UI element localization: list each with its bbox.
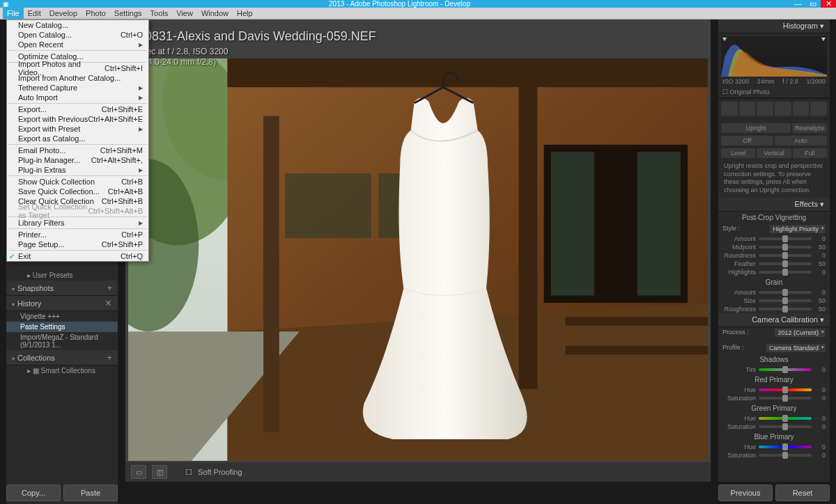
main-area: ▸ User Presets ▾Snapshots+ ▾History✕ Vig… bbox=[0, 19, 836, 504]
grad-tool-icon[interactable] bbox=[775, 102, 791, 116]
menu-edit[interactable]: Edit bbox=[24, 8, 45, 19]
tint-slider[interactable] bbox=[759, 368, 812, 371]
histogram-info: ISO 320024mmf / 2.81/2000 bbox=[718, 77, 830, 86]
right-bottom-bar: Previous Reset bbox=[718, 485, 830, 501]
menu-help[interactable]: Help bbox=[233, 8, 257, 19]
file-menu-item[interactable]: Printer...Ctrl+P bbox=[7, 230, 148, 239]
copy-button[interactable]: Copy... bbox=[6, 485, 61, 501]
grain-amount-slider[interactable] bbox=[759, 291, 812, 294]
green-sat-slider[interactable] bbox=[759, 425, 812, 428]
original-photo-toggle[interactable]: Original Photo bbox=[718, 86, 830, 98]
grain-size-slider[interactable] bbox=[759, 299, 812, 302]
paste-button[interactable]: Paste bbox=[63, 485, 118, 501]
menu-view[interactable]: View bbox=[172, 8, 197, 19]
effects-header[interactable]: Effects ▾ bbox=[718, 198, 830, 212]
minimize-button[interactable]: — bbox=[790, 0, 805, 8]
histogram-header[interactable]: Histogram ▾ bbox=[718, 19, 830, 33]
upright-level[interactable]: Level bbox=[721, 148, 755, 158]
file-menu-item[interactable]: Set Quick Collection as TargetCtrl+Shift… bbox=[7, 206, 148, 216]
file-menu-item[interactable]: Plug-in Extras▶ bbox=[7, 165, 148, 175]
left-bottom-bar: Copy... Paste bbox=[6, 485, 118, 501]
close-button[interactable]: ✕ bbox=[821, 0, 836, 8]
file-menu-item[interactable]: Auto Import▶ bbox=[7, 93, 148, 102]
file-menu-item[interactable]: New Catalog... bbox=[7, 20, 148, 30]
camera-calibration-header[interactable]: Camera Calibration ▾ bbox=[718, 313, 830, 327]
reanalyze-button[interactable]: Reanalyze bbox=[792, 123, 827, 133]
file-menu-item[interactable]: Email Photo...Ctrl+Shift+M bbox=[7, 145, 148, 155]
right-edge[interactable] bbox=[830, 19, 836, 504]
pcv-midpoint-slider[interactable] bbox=[759, 246, 812, 249]
svg-rect-9 bbox=[551, 152, 594, 295]
user-presets[interactable]: ▸ User Presets bbox=[6, 270, 118, 281]
menu-develop[interactable]: Develop bbox=[45, 8, 82, 19]
red-hue-slider[interactable] bbox=[759, 388, 812, 391]
pcv-amount-slider[interactable] bbox=[759, 237, 812, 240]
file-menu-item[interactable]: Save Quick Collection...Ctrl+Alt+B bbox=[7, 187, 148, 196]
pcv-roundness-slider[interactable] bbox=[759, 254, 812, 257]
menu-settings[interactable]: Settings bbox=[110, 8, 146, 19]
history-item[interactable]: Vignette +++ bbox=[6, 311, 118, 322]
profile-dropdown[interactable]: Camera Standard bbox=[766, 344, 826, 352]
histogram-graph[interactable] bbox=[721, 36, 827, 77]
file-menu-item[interactable]: Open Catalog...Ctrl+O bbox=[7, 30, 148, 40]
app-icon: ▣ bbox=[3, 1, 9, 8]
svg-rect-10 bbox=[637, 152, 681, 295]
history-item[interactable]: Paste Settings bbox=[6, 322, 118, 332]
process-dropdown[interactable]: 2012 (Current) bbox=[775, 329, 826, 337]
file-menu-item[interactable]: Page Setup...Ctrl+Shift+P bbox=[7, 239, 148, 249]
file-menu-item[interactable]: Plug-in Manager...Ctrl+Alt+Shift+, bbox=[7, 155, 148, 165]
crop-tool-icon[interactable] bbox=[721, 102, 738, 116]
blue-hue-slider[interactable] bbox=[759, 446, 812, 448]
file-menu-item[interactable]: Show Quick CollectionCtrl+B bbox=[7, 177, 148, 187]
menu-tools[interactable]: Tools bbox=[146, 8, 173, 19]
green-hue-slider[interactable] bbox=[759, 417, 812, 420]
menu-file[interactable]: File bbox=[3, 8, 24, 19]
menu-window[interactable]: Window bbox=[197, 8, 233, 19]
file-menu-item[interactable]: Library Filters▶ bbox=[7, 218, 148, 228]
file-menu-item[interactable]: ✔ExitCtrl+Q bbox=[7, 251, 148, 261]
reset-button[interactable]: Reset bbox=[775, 485, 830, 501]
before-after-icon[interactable]: ◫ bbox=[152, 465, 167, 479]
radial-tool-icon[interactable] bbox=[793, 102, 810, 116]
style-dropdown[interactable]: Highlight Priority bbox=[770, 225, 826, 233]
redeye-tool-icon[interactable] bbox=[757, 102, 773, 116]
file-menu-item[interactable]: Export...Ctrl+Shift+E bbox=[7, 104, 148, 114]
pcv-title: Post-Crop Vignetting bbox=[718, 212, 830, 223]
history-header[interactable]: ▾History✕ bbox=[6, 296, 118, 311]
blue-sat-slider[interactable] bbox=[759, 454, 812, 457]
title-bar: ▣ 2013 - Adobe Photoshop Lightroom - Dev… bbox=[0, 0, 836, 8]
smart-collections[interactable]: ▸ ▦ Smart Collections bbox=[6, 365, 118, 376]
file-menu-item[interactable]: Export with PreviousCtrl+Alt+Shift+E bbox=[7, 114, 148, 124]
pcv-highlights-slider[interactable] bbox=[759, 271, 812, 274]
red-sat-slider[interactable] bbox=[759, 397, 812, 400]
file-menu-item[interactable]: Export as Catalog... bbox=[7, 134, 148, 143]
upright-off[interactable]: Off bbox=[721, 136, 773, 145]
left-edge[interactable] bbox=[0, 19, 6, 504]
file-menu-item[interactable]: Import Photos and Video...Ctrl+Shift+I bbox=[7, 63, 148, 73]
center-preview: 130831-Alexis and Davis Wedding-059.NEF … bbox=[125, 19, 711, 482]
snapshots-header[interactable]: ▾Snapshots+ bbox=[6, 281, 118, 296]
svg-rect-15 bbox=[566, 317, 708, 326]
upright-auto[interactable]: Auto bbox=[775, 136, 827, 145]
spot-tool-icon[interactable] bbox=[739, 102, 756, 116]
upright-vertical[interactable]: Vertical bbox=[757, 148, 791, 158]
file-menu-item[interactable]: Tethered Capture▶ bbox=[7, 83, 148, 93]
blue-primary-title: Blue Primary bbox=[718, 431, 830, 443]
file-menu-item[interactable]: Open Recent▶ bbox=[7, 40, 148, 49]
history-item[interactable]: Import/MegaZ - Standard (9/1/2013 1... bbox=[6, 332, 118, 350]
file-menu-item[interactable]: Import from Another Catalog... bbox=[7, 73, 148, 83]
soft-proofing-checkbox[interactable]: ☐ bbox=[185, 468, 192, 477]
file-menu-item[interactable]: Export with Preset▶ bbox=[7, 124, 148, 134]
photo-preview[interactable] bbox=[128, 58, 708, 461]
upright-full[interactable]: Full bbox=[793, 148, 827, 158]
previous-button[interactable]: Previous bbox=[718, 485, 773, 501]
grain-roughness-slider[interactable] bbox=[759, 308, 812, 310]
loupe-view-icon[interactable]: ▭ bbox=[131, 465, 146, 479]
menu-photo[interactable]: Photo bbox=[82, 8, 110, 19]
collections-header[interactable]: ▾Collections+ bbox=[6, 350, 118, 365]
svg-rect-5 bbox=[227, 58, 708, 87]
maximize-button[interactable]: ▭ bbox=[805, 0, 821, 8]
soft-proofing-label: Soft Proofing bbox=[198, 468, 242, 476]
brush-tool-icon[interactable] bbox=[810, 102, 827, 116]
pcv-feather-slider[interactable] bbox=[759, 262, 812, 265]
